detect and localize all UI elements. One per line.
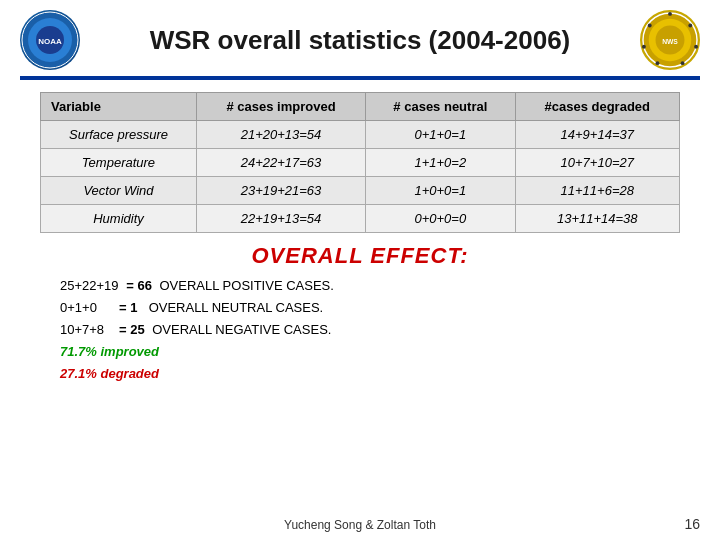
svg-point-12	[694, 45, 698, 49]
cell-neutral: 0+1+0=1	[366, 121, 515, 149]
cell-neutral: 0+0+0=0	[366, 205, 515, 233]
cell-degraded: 14+9+14=37	[515, 121, 679, 149]
summary-section: 25+22+19 = 66 OVERALL POSITIVE CASES. 0+…	[60, 275, 660, 385]
stats-table: Variable # cases improved # cases neutra…	[40, 92, 680, 233]
cell-improved: 23+19+21=63	[196, 177, 365, 205]
title-area: WSR overall statistics (2004-2006)	[80, 25, 640, 56]
cell-variable: Humidity	[41, 205, 197, 233]
footer-credit: Yucheng Song & Zoltan Toth	[284, 518, 436, 532]
green-percent: 71.7% improved	[60, 341, 159, 363]
negative-equals: = 25	[115, 319, 148, 341]
cell-degraded: 11+11+6=28	[515, 177, 679, 205]
table-row: Temperature24+22+17=631+1+0=210+7+10=27	[41, 149, 680, 177]
cell-improved: 22+19+13=54	[196, 205, 365, 233]
neutral-prefix: 0+1+0	[60, 297, 111, 319]
green-percent-line: 71.7% improved	[60, 341, 660, 363]
svg-point-10	[668, 12, 672, 16]
cell-variable: Vector Wind	[41, 177, 197, 205]
header: NOAA WSR overall statistics (2004-2006) …	[0, 0, 720, 76]
cell-neutral: 1+0+0=1	[366, 177, 515, 205]
table-row: Surface pressure21+20+13=540+1+0=114+9+1…	[41, 121, 680, 149]
positive-cases-line: 25+22+19 = 66 OVERALL POSITIVE CASES.	[60, 275, 660, 297]
red-percent-line: 27.1% degraded	[60, 363, 660, 385]
negative-cases-line: 10+7+8 = 25 OVERALL NEGATIVE CASES.	[60, 319, 660, 341]
svg-point-14	[656, 61, 660, 65]
cell-variable: Surface pressure	[41, 121, 197, 149]
cell-improved: 24+22+17=63	[196, 149, 365, 177]
footer: Yucheng Song & Zoltan Toth	[0, 518, 720, 532]
neutral-cases-line: 0+1+0 = 1 OVERALL NEUTRAL CASES.	[60, 297, 660, 319]
table-row: Humidity22+19+13=540+0+0=013+11+14=38	[41, 205, 680, 233]
neutral-label: OVERALL NEUTRAL CASES.	[149, 297, 324, 319]
svg-point-15	[642, 45, 646, 49]
cell-improved: 21+20+13=54	[196, 121, 365, 149]
negative-label: OVERALL NEGATIVE CASES.	[152, 319, 331, 341]
cell-degraded: 10+7+10=27	[515, 149, 679, 177]
nws-logo: NWS	[640, 10, 700, 70]
col-neutral: # cases neutral	[366, 93, 515, 121]
negative-prefix: 10+7+8	[60, 319, 111, 341]
cell-neutral: 1+1+0=2	[366, 149, 515, 177]
positive-label: OVERALL POSITIVE CASES.	[160, 275, 334, 297]
table-container: Variable # cases improved # cases neutra…	[40, 92, 680, 233]
col-variable: Variable	[41, 93, 197, 121]
cell-degraded: 13+11+14=38	[515, 205, 679, 233]
page-number: 16	[684, 516, 700, 532]
positive-equals: = 66	[123, 275, 156, 297]
neutral-equals: = 1	[115, 297, 144, 319]
col-degraded: #cases degraded	[515, 93, 679, 121]
svg-point-11	[688, 24, 692, 28]
blue-divider	[20, 76, 700, 80]
page-title: WSR overall statistics (2004-2006)	[150, 25, 571, 55]
table-row: Vector Wind23+19+21=631+0+0=111+11+6=28	[41, 177, 680, 205]
cell-variable: Temperature	[41, 149, 197, 177]
svg-point-16	[648, 24, 652, 28]
red-percent: 27.1% degraded	[60, 363, 159, 385]
noaa-logo: NOAA	[20, 10, 80, 70]
col-improved: # cases improved	[196, 93, 365, 121]
svg-text:NOAA: NOAA	[38, 37, 62, 46]
table-header-row: Variable # cases improved # cases neutra…	[41, 93, 680, 121]
overall-effect-heading: OVERALL EFFECT:	[0, 243, 720, 269]
positive-prefix: 25+22+19	[60, 275, 119, 297]
svg-text:NWS: NWS	[662, 38, 678, 45]
svg-point-13	[681, 61, 685, 65]
